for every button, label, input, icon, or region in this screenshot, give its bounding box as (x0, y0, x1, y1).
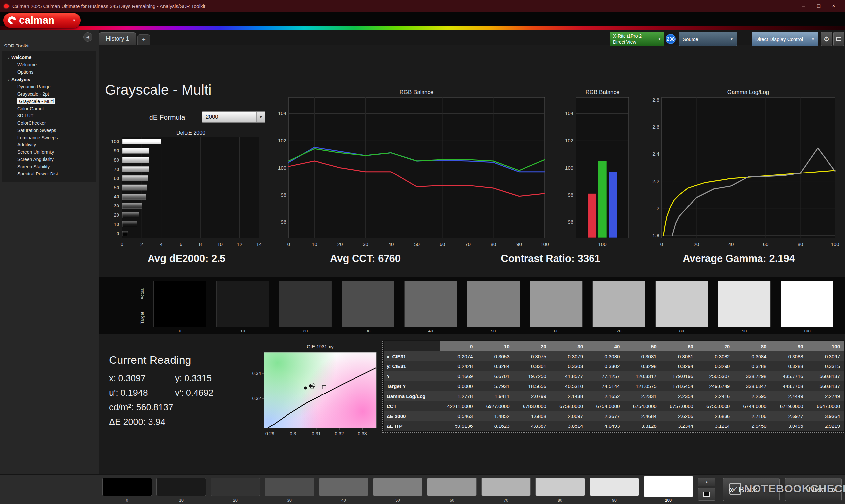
pattern-button-40[interactable] (319, 478, 368, 496)
table-cell: 249.6749 (697, 381, 734, 391)
swatch-level-label: 10 (216, 328, 269, 334)
pattern-button-20[interactable] (211, 478, 260, 496)
sidebar-item-screen-stability[interactable]: Screen Stability (2, 163, 96, 170)
sidebar-item-screen-angularity[interactable]: Screen Angularity (2, 156, 96, 163)
table-col-header: 30 (550, 341, 587, 351)
sidebar-item-color-gamut[interactable]: Color Gamut (2, 105, 96, 112)
pattern-button-70[interactable] (481, 478, 531, 496)
calman-logo[interactable]: calman ▼ (3, 13, 81, 28)
sidebar-item-options[interactable]: Options (2, 68, 96, 75)
table-cell: 0.3303 (550, 361, 587, 371)
table-cell: 19.7250 (514, 372, 550, 381)
tab-history-1[interactable]: History 1 (99, 32, 136, 45)
sidebar-item-dynamic-range[interactable]: Dynamic Range (2, 83, 96, 90)
table-col-header: 10 (477, 341, 513, 351)
table-col-header: 20 (514, 341, 550, 351)
settings-gear-button[interactable]: ⚙ (821, 32, 832, 46)
sidebar-group-label: Welcome (11, 55, 31, 60)
svg-text:50: 50 (414, 241, 420, 247)
sidebar-item-3d-lut[interactable]: 3D LUT (2, 112, 96, 120)
table-cell: 0.3084 (734, 351, 770, 361)
table-cell: 2.2354 (661, 391, 697, 401)
table-cell: 0.0000 (440, 381, 477, 391)
svg-text:100: 100 (831, 241, 839, 247)
table-cell: 6754.0000 (587, 401, 623, 411)
svg-text:20: 20 (694, 241, 700, 247)
sidebar-item-saturation-sweeps[interactable]: Saturation Sweeps (2, 127, 96, 134)
back-button[interactable]: « Back (723, 478, 780, 501)
maximize-button[interactable]: □ (811, 1, 826, 11)
table-cell: 435.7716 (770, 372, 807, 381)
table-cell: 179.0196 (661, 372, 697, 381)
de-formula-select[interactable]: 2000 ▼ (202, 111, 265, 123)
table-col-header: 0 (440, 341, 477, 351)
sidebar-item-grayscale-multi[interactable]: Grayscale - Multi (2, 97, 96, 105)
svg-text:80: 80 (113, 157, 119, 163)
meter-dropdown[interactable]: X-Rite i1Pro 2 Direct View ▼ (610, 32, 665, 46)
meter-count-badge: 238 (666, 34, 676, 44)
grayscale-swatch-30 (341, 281, 394, 327)
table-cell: 0.3097 (807, 351, 844, 361)
minimize-button[interactable]: – (796, 1, 811, 11)
swatch-level-label: 70 (593, 328, 645, 334)
pattern-button-50[interactable] (373, 478, 423, 496)
table-cell: 6927.0000 (477, 401, 513, 411)
table-cell: 0.3079 (550, 351, 587, 361)
svg-text:102: 102 (565, 138, 573, 143)
table-cell: 2.2749 (807, 391, 844, 401)
logo-dropdown-icon[interactable]: ▼ (72, 18, 76, 22)
table-cell: 41.8577 (550, 372, 587, 381)
display-power-button[interactable] (833, 32, 844, 46)
table-col-header: 80 (734, 341, 770, 351)
source-dropdown[interactable]: Source ▼ (679, 32, 737, 46)
table-row: x: CIE310.20740.30530.30750.30790.30800.… (384, 351, 844, 361)
table-cell: 0.3284 (477, 361, 513, 371)
swatch-level-label: 0 (154, 328, 206, 334)
sidebar-item-screen-uniformity[interactable]: Screen Uniformity (2, 148, 96, 156)
table-cell: 0.3288 (770, 361, 807, 371)
sidebar-item-welcome[interactable]: Welcome (2, 61, 96, 68)
pattern-button-100[interactable] (644, 475, 693, 498)
sidebar-group-welcome[interactable]: ▿Welcome (2, 53, 96, 61)
display-control-dropdown[interactable]: Direct Display Control ▼ (752, 32, 818, 46)
sidebar-group-analysis[interactable]: ▿Analysis (2, 75, 96, 83)
pattern-button-10[interactable] (156, 478, 206, 496)
sidebar-item-grayscale-2pt[interactable]: Grayscale - 2pt (2, 90, 96, 97)
svg-text:96: 96 (281, 219, 286, 224)
rgb-balance-bar-chart: 9698100102104100 (563, 88, 635, 249)
svg-text:98: 98 (568, 192, 573, 198)
table-cell: 338.6347 (734, 381, 770, 391)
pattern-button-30[interactable] (265, 478, 314, 496)
svg-text:10: 10 (217, 241, 223, 247)
table-col-header: 90 (770, 341, 807, 351)
calman-logo-text: calman (19, 15, 69, 26)
table-cell: 3.9364 (807, 411, 844, 421)
table-cell: 4.8387 (514, 421, 550, 431)
sidebar-collapse-button[interactable]: ◀ (83, 32, 92, 41)
de-formula-label: dE Formula: (149, 113, 187, 121)
svg-text:40: 40 (728, 241, 734, 247)
pattern-button-80[interactable] (535, 478, 585, 496)
next-button[interactable]: Next » (785, 478, 842, 501)
sidebar-item-colorchecker[interactable]: ColorChecker (2, 120, 96, 127)
rgb-balance-line-chart: 96981001021040102030405060708090100 (277, 88, 551, 249)
table-cell: 2.6977 (770, 411, 807, 421)
table-cell: 3.2344 (661, 421, 697, 431)
close-button[interactable]: × (827, 1, 841, 11)
sidebar-item-luminance-sweeps[interactable]: Luminance Sweeps (2, 134, 96, 141)
sidebar-item-spectral-power-dist[interactable]: Spectral Power Dist. (2, 170, 96, 178)
meter-labels: X-Rite i1Pro 2 Direct View (613, 33, 656, 45)
pattern-button-90[interactable] (589, 478, 639, 496)
pattern-button-0[interactable] (102, 478, 152, 496)
sidebar-item-label: Dynamic Range (17, 84, 51, 89)
pattern-button-60[interactable] (427, 478, 477, 496)
sidebar-item-additivity[interactable]: Additivity (2, 141, 96, 148)
svg-text:2.6: 2.6 (652, 124, 659, 130)
tab-add-button[interactable]: + (137, 34, 150, 45)
sidebar-item-label: 3D LUT (17, 113, 33, 119)
svg-text:2.8: 2.8 (652, 97, 659, 103)
table-row: y: CIE310.24280.32840.33010.33030.33020.… (384, 361, 844, 371)
sidebar-item-label: Color Gamut (17, 106, 43, 111)
pattern-up-button[interactable]: ▲ (698, 478, 715, 486)
pattern-window-button[interactable] (698, 488, 715, 501)
